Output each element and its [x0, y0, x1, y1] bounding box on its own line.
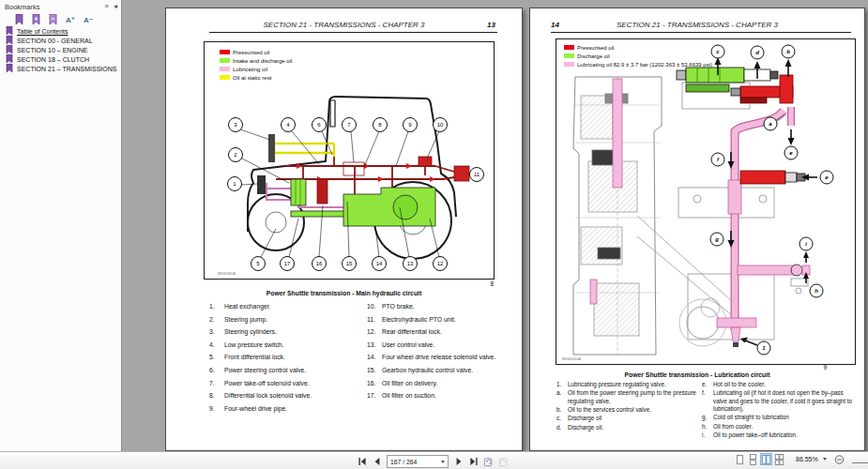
bookmark-item-section-18[interactable]: SECTION 18 – CLUTCH — [6, 54, 89, 64]
callout-16: 16 — [316, 261, 323, 266]
callout-d: d — [755, 50, 759, 55]
item-number: 2. — [209, 316, 224, 324]
heat-exchanger-block — [257, 175, 266, 194]
item-number: 4. — [209, 341, 224, 349]
item-number: f. — [702, 389, 713, 413]
first-page-button[interactable] — [357, 457, 367, 467]
single-page-view-button[interactable] — [735, 454, 745, 464]
callout-14: 14 — [376, 261, 383, 266]
header-rule — [551, 32, 851, 33]
item-text: Steering pump. — [224, 316, 267, 324]
next-page-button[interactable] — [453, 457, 464, 467]
bookmark-item-section-00[interactable]: SECTION 00 - GENERAL — [6, 36, 93, 45]
legend: Pressurised oil Intake and discharge oil… — [220, 50, 292, 81]
callout-17: 17 — [284, 261, 291, 266]
legend-list-right: e.Hot oil to the cooler. f.Lubricating o… — [702, 381, 854, 440]
gear-circle — [687, 307, 719, 339]
item-text: Gearbox hydraulic control valve. — [382, 367, 473, 374]
bookmark-item-section-10[interactable]: SECTION 10 – ENGINE — [6, 45, 87, 54]
list-item: 5.Front differential lock. — [209, 354, 361, 361]
document-page-14: SECTION 21 - TRANSMISSIONS - CHAPTER 3 1… — [529, 8, 865, 451]
item-text: Cold oil straight to lubrication — [713, 414, 789, 421]
legend-label: Lubricating oil 82.9 ± 3.7 bar (1202.363… — [577, 62, 712, 68]
list-item: 12.Rear differential lock. — [367, 328, 519, 336]
two-page-continuous-view-button[interactable] — [774, 454, 784, 464]
item-number: 9. — [209, 405, 224, 413]
item-text: Discharge oil — [568, 415, 602, 422]
delete-bookmark-icon[interactable] — [49, 14, 57, 25]
callout-h: h — [815, 288, 818, 294]
callout-12: 12 — [437, 261, 444, 266]
expand-bookmarks-icon[interactable] — [15, 14, 23, 25]
panel-expand-icon[interactable]: » — [105, 2, 109, 10]
list-item: 1.Heat exchanger. — [209, 303, 361, 310]
item-number: b. — [556, 406, 568, 414]
list-item: a.Oil from the power steering pump to th… — [556, 389, 699, 404]
bookmark-item-table-of-contents[interactable]: Table of Contents — [6, 26, 68, 36]
item-text: Four wheel drive release solenoid valve. — [382, 354, 495, 361]
two-page-view-button[interactable] — [761, 454, 771, 464]
item-text: Lubricating oil (if hot it does not open… — [713, 389, 854, 413]
two-page-icon — [761, 453, 771, 466]
item-number: 7. — [209, 380, 224, 387]
list-item: 17.Oil filter on suction. — [367, 392, 519, 400]
item-number: d. — [556, 424, 568, 431]
item-number: 6. — [209, 367, 224, 374]
bookmark-icon — [6, 36, 13, 45]
bookmark-item-section-21[interactable]: SECTION 21 – TRANSMISSIONS — [6, 64, 116, 73]
callout-11: 11 — [474, 172, 480, 177]
continuous-view-button[interactable] — [748, 454, 758, 464]
bookmark-icon — [6, 26, 13, 36]
item-number: i. — [702, 431, 713, 439]
list-item: d.Discharge oil. — [556, 424, 699, 431]
main-hydraulic-circuit-figure: Pressurised oil Intake and discharge oil… — [204, 41, 495, 280]
list-item: 6.Power steering control valve. — [209, 367, 361, 374]
item-text: Low pressure switch. — [224, 341, 283, 349]
zoom-slider-track[interactable] — [852, 462, 868, 463]
item-number: 16. — [367, 380, 382, 387]
figure-number: 8 — [490, 280, 494, 287]
new-bookmark-icon[interactable] — [32, 14, 40, 25]
item-text: Oil to power take–off lubrication. — [713, 431, 798, 439]
previous-page-icon — [373, 457, 382, 466]
font-increase-button[interactable]: A⁺ — [66, 16, 75, 24]
list-item: 3.Steering cylinders. — [209, 328, 361, 336]
status-bar: 167 / 264 — [0, 451, 868, 469]
pink-shaft-lower — [590, 280, 597, 304]
figure-caption: Power Shuttle transmission - Lubrication… — [530, 371, 864, 378]
lubrication-circuit-figure: Pressurised oil Discharge oil Lubricatin… — [556, 38, 856, 365]
item-text: Power steering control valve. — [224, 367, 306, 374]
previous-page-button[interactable] — [372, 457, 382, 467]
item-text: User control valve. — [382, 341, 434, 349]
item-number: 14. — [367, 354, 382, 361]
item-number: e. — [702, 381, 713, 388]
callout-13: 13 — [407, 261, 414, 266]
item-text: Heat exchanger. — [224, 303, 271, 310]
list-item: h.Oil from cooler. — [702, 423, 854, 431]
font-decrease-button[interactable]: A⁻ — [84, 16, 93, 24]
item-number: c. — [556, 415, 568, 422]
legend-list-left: 1.Lubricating pressure regulating valve.… — [556, 381, 699, 432]
list-item: b.Oil to the services control valve. — [556, 406, 699, 414]
item-text: Four-wheel drive pipe. — [224, 405, 287, 413]
item-number: 11. — [367, 316, 382, 324]
next-view-button[interactable] — [498, 457, 509, 467]
item-text: Oil from cooler. — [713, 423, 753, 431]
last-page-button[interactable] — [468, 457, 479, 467]
page-number-input[interactable]: 167 / 264 — [387, 455, 449, 468]
item-text: Oil filter on delivery. — [382, 380, 437, 387]
callout-15: 15 — [346, 261, 353, 266]
item-number: 8. — [209, 392, 224, 400]
zoom-level-value[interactable]: 86.55% — [796, 456, 818, 462]
zoom-dropdown-icon[interactable] — [823, 458, 827, 461]
list-item: 9.Four-wheel drive pipe. — [209, 405, 361, 413]
chevron-down-icon — [441, 461, 445, 463]
figure-code: MD60841A — [218, 272, 236, 276]
item-text: Oil from the power steering pump to the … — [568, 389, 699, 404]
tractor-hydraulic-diagram: Pressurised oil Intake and discharge oil… — [205, 42, 494, 279]
zoom-out-button[interactable] — [834, 454, 845, 464]
pink-shaft — [613, 79, 622, 188]
previous-view-button[interactable] — [483, 457, 494, 467]
bookmarks-panel-title: Bookmarks — [5, 3, 40, 11]
panel-collapse-icon[interactable]: ◂ — [114, 2, 117, 10]
